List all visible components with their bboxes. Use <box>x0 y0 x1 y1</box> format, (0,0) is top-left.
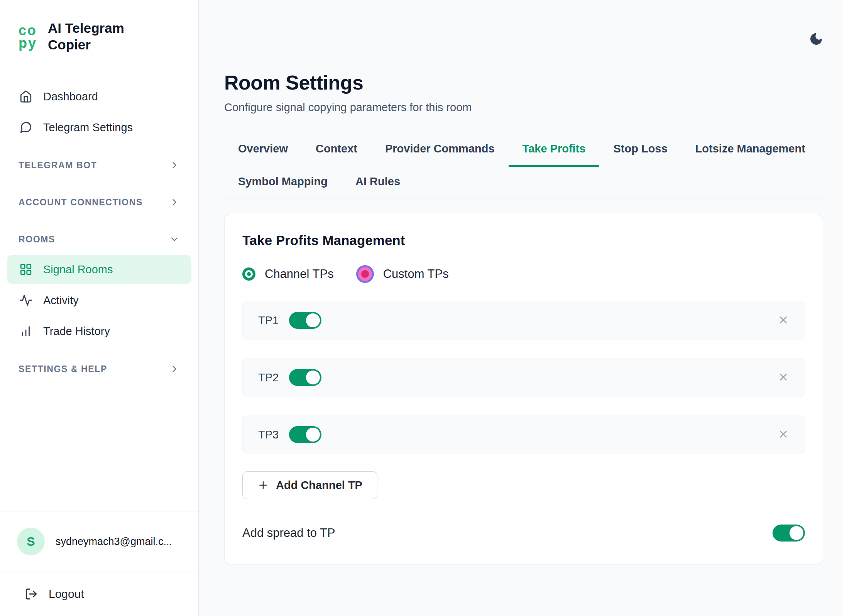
home-icon <box>19 90 32 103</box>
tp3-label: TP3 <box>258 428 289 441</box>
tab-context[interactable]: Context <box>302 135 371 167</box>
user-email: sydneymach3@gmail.c... <box>56 536 172 548</box>
tp1-remove-button[interactable] <box>778 314 789 327</box>
tab-ai-rules[interactable]: AI Rules <box>342 168 414 198</box>
tab-symbol-mapping[interactable]: Symbol Mapping <box>224 168 342 198</box>
chevron-right-icon <box>169 364 180 374</box>
custom-tps-option[interactable]: Custom TPs <box>356 265 449 283</box>
grid-icon <box>19 263 32 276</box>
app-brand: co py AI Telegram Copier <box>0 0 198 53</box>
sidebar-item-trade-history[interactable]: Trade History <box>7 317 191 345</box>
tp-row-3: TP3 <box>242 415 805 454</box>
page-subtitle: Configure signal copying parameters for … <box>224 101 823 114</box>
close-icon <box>778 371 789 383</box>
sidebar-item-label: Activity <box>43 294 79 307</box>
custom-tps-icon <box>356 265 374 283</box>
spread-toggle[interactable] <box>773 525 805 542</box>
channel-tps-label: Channel TPs <box>265 267 334 281</box>
sidebar-item-signal-rooms[interactable]: Signal Rooms <box>7 255 191 284</box>
sidebar-nav: Dashboard Telegram Settings TELEGRAM BOT… <box>0 80 198 382</box>
tp2-remove-button[interactable] <box>778 371 789 384</box>
sidebar-section-telegram-bot[interactable]: TELEGRAM BOT <box>0 152 198 179</box>
tp3-remove-button[interactable] <box>778 428 789 441</box>
theme-toggle-button[interactable] <box>809 31 823 48</box>
add-channel-tp-button[interactable]: Add Channel TP <box>242 471 377 499</box>
plus-icon <box>257 479 269 491</box>
tab-overview[interactable]: Overview <box>224 135 302 167</box>
tp2-toggle[interactable] <box>289 369 321 386</box>
logout-icon <box>25 587 38 601</box>
channel-tps-option[interactable]: Channel TPs <box>242 267 334 281</box>
sidebar-section-rooms[interactable]: ROOMS <box>0 226 198 253</box>
logout-label: Logout <box>49 587 84 601</box>
tp-mode-options: Channel TPs Custom TPs <box>242 265 805 283</box>
card-title: Take Profits Management <box>242 233 805 248</box>
tp2-label: TP2 <box>258 371 289 384</box>
main-content: Room Settings Configure signal copying p… <box>199 0 842 616</box>
tab-lotsize-management[interactable]: Lotsize Management <box>681 135 819 167</box>
sidebar-item-label: Telegram Settings <box>43 121 133 134</box>
app-title: AI Telegram Copier <box>48 20 124 53</box>
chevron-down-icon <box>169 234 180 245</box>
sidebar-item-activity[interactable]: Activity <box>7 286 191 315</box>
sidebar: co py AI Telegram Copier Dashboard Teleg… <box>0 0 199 616</box>
spread-row: Add spread to TP <box>242 525 805 542</box>
radio-selected-icon <box>242 267 255 281</box>
app-logo-icon: co py <box>19 24 37 49</box>
sidebar-item-label: Signal Rooms <box>43 263 113 276</box>
user-account-row: S sydneymach3@gmail.c... <box>0 511 198 572</box>
tp1-label: TP1 <box>258 314 289 327</box>
tab-provider-commands[interactable]: Provider Commands <box>371 135 509 167</box>
sidebar-item-label: Trade History <box>43 325 110 338</box>
close-icon <box>778 428 789 440</box>
activity-icon <box>19 294 32 307</box>
logo-line1: co <box>19 24 37 37</box>
tab-take-profits[interactable]: Take Profits <box>509 135 600 167</box>
logo-line2: py <box>19 37 37 49</box>
sidebar-item-dashboard[interactable]: Dashboard <box>7 82 191 111</box>
app-root: co py AI Telegram Copier Dashboard Teleg… <box>0 0 842 616</box>
sidebar-item-telegram-settings[interactable]: Telegram Settings <box>7 113 191 142</box>
tp3-toggle[interactable] <box>289 426 321 443</box>
sidebar-item-label: Dashboard <box>43 90 98 103</box>
close-icon <box>778 314 789 326</box>
tab-stop-loss[interactable]: Stop Loss <box>599 135 681 167</box>
avatar: S <box>17 528 45 555</box>
sidebar-section-account-connections[interactable]: ACCOUNT CONNECTIONS <box>0 189 198 216</box>
tp1-toggle[interactable] <box>289 312 321 329</box>
page-title: Room Settings <box>224 71 823 94</box>
tp-row-2: TP2 <box>242 358 805 397</box>
chevron-right-icon <box>169 197 180 208</box>
topbar <box>224 31 823 48</box>
bar-chart-icon <box>19 325 32 338</box>
take-profits-card: Take Profits Management Channel TPs Cust… <box>224 214 823 564</box>
settings-tabs: Overview Context Provider Commands Take … <box>224 135 823 198</box>
chat-icon <box>19 121 32 134</box>
chevron-right-icon <box>169 160 180 171</box>
tp-row-1: TP1 <box>242 301 805 340</box>
logout-button[interactable]: Logout <box>0 572 198 616</box>
moon-icon <box>809 32 823 46</box>
sidebar-section-settings-help[interactable]: SETTINGS & HELP <box>0 355 198 382</box>
spread-label: Add spread to TP <box>242 526 335 540</box>
add-channel-tp-label: Add Channel TP <box>276 479 362 492</box>
custom-tps-label: Custom TPs <box>383 267 449 281</box>
